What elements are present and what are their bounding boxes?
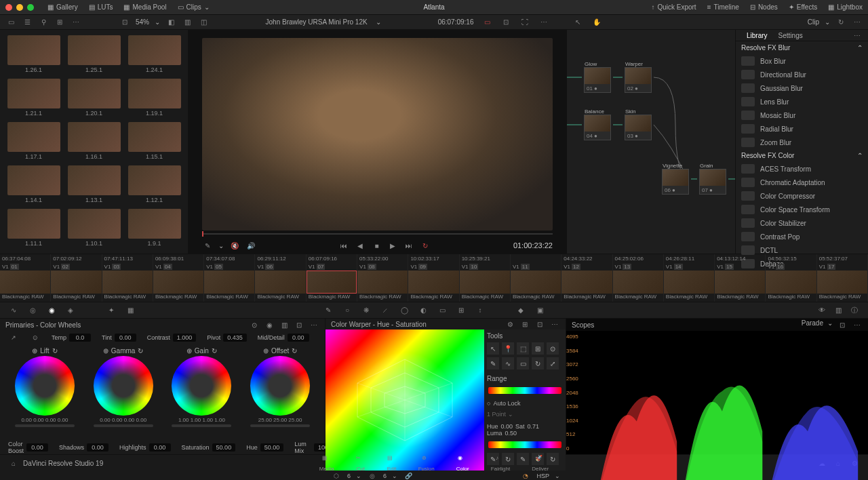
- effect-item[interactable]: Color Stabilizer: [736, 216, 868, 230]
- param-value[interactable]: 0.00: [87, 443, 108, 452]
- select-tool[interactable]: ⬚: [517, 342, 529, 355]
- wheel-slider[interactable]: [15, 424, 75, 427]
- camera-icon[interactable]: ▣: [534, 305, 545, 316]
- hand-icon[interactable]: ✋: [591, 17, 602, 28]
- timeline-clip[interactable]: 06:29:11:12V1 06Blackmagic RAW: [255, 254, 306, 302]
- blur-icon[interactable]: ◐: [418, 305, 429, 316]
- ellipsis-icon[interactable]: ⋯: [852, 30, 863, 41]
- ellipsis-icon[interactable]: ⋯: [549, 319, 560, 329]
- shape-icon[interactable]: ◯: [399, 305, 410, 316]
- viewer-timecode[interactable]: 01:00:23:22: [513, 241, 553, 249]
- quick-export-tab[interactable]: ↑Quick Export: [651, 3, 696, 11]
- gallery-item[interactable]: 1.20.1: [66, 79, 122, 118]
- param-hue[interactable]: Hue50.00: [246, 443, 283, 452]
- loop-icon[interactable]: ↻: [420, 240, 431, 251]
- param-value[interactable]: 0.0: [69, 334, 91, 342]
- wheel-values[interactable]: 25.00 25.00 25.00: [258, 417, 302, 423]
- window-icon[interactable]: ◉: [46, 305, 57, 316]
- gallery-item[interactable]: 1.21.1: [5, 79, 62, 118]
- info-icon[interactable]: ⓘ: [849, 305, 860, 316]
- timeline-clip[interactable]: V1 11Blackmagic RAW: [511, 254, 561, 302]
- effect-item[interactable]: Color Compressor: [736, 189, 868, 203]
- timeline-clip[interactable]: 04:26:28:11V1 14Blackmagic RAW: [664, 254, 715, 302]
- lightbox-tab[interactable]: ▦Lightbox: [828, 3, 863, 11]
- param-value[interactable]: 1.000: [173, 334, 197, 342]
- clip-name[interactable]: John Brawley URSA Mini Pro 12K: [266, 18, 368, 26]
- draw-tool[interactable]: ✎: [487, 357, 499, 369]
- warper-mesh[interactable]: [326, 329, 484, 471]
- gallery-item[interactable]: 1.9.1: [126, 209, 182, 248]
- effect-item[interactable]: Mosaic Blur: [736, 108, 868, 122]
- timeline-clip[interactable]: 10:25:39:21V1 10Blackmagic RAW: [460, 254, 511, 302]
- eyedropper-icon[interactable]: ✎: [202, 240, 213, 251]
- node-grain[interactable]: Grain07 ●: [699, 169, 726, 195]
- pin-tool[interactable]: 📍: [502, 342, 514, 355]
- reset-wheel-icon[interactable]: ↻: [138, 347, 143, 355]
- timeline-clip[interactable]: 07:47:11:13V1 03Blackmagic RAW: [102, 254, 153, 302]
- gallery-item[interactable]: 1.25.1: [66, 35, 122, 75]
- param-temp[interactable]: Temp0.0: [52, 334, 91, 342]
- scopes-mode[interactable]: Parade: [802, 319, 823, 330]
- timeline-clip[interactable]: 04:25:02:06V1 13Blackmagic RAW: [613, 254, 664, 302]
- pointer-tool[interactable]: ↖: [487, 342, 499, 355]
- gallery-item[interactable]: 1.24.1: [126, 35, 182, 75]
- gallery-item[interactable]: 1.19.1: [126, 79, 182, 118]
- ellipsis-icon[interactable]: ⋯: [852, 319, 863, 330]
- wheel-slider[interactable]: [172, 424, 231, 427]
- grid-tool[interactable]: ⊞: [532, 342, 544, 355]
- range-bar[interactable]: [488, 387, 561, 394]
- ellipsis-icon[interactable]: ⋯: [852, 17, 863, 28]
- hsp-mode[interactable]: HSP: [536, 473, 549, 479]
- hex-icon[interactable]: ⬡: [331, 471, 342, 480]
- effect-item[interactable]: Box Blur: [736, 54, 868, 68]
- wheel-values[interactable]: 0.00 0.00 0.00 0.00: [100, 417, 146, 423]
- volume-icon[interactable]: 🔊: [245, 240, 256, 251]
- ring-icon[interactable]: ◎: [367, 471, 378, 480]
- point-mode[interactable]: 1 Point ⌄: [487, 411, 563, 418]
- magic-icon[interactable]: ✦: [106, 305, 117, 316]
- param-color-boost[interactable]: Color Boost0.00: [8, 441, 48, 454]
- reset-wheel-icon[interactable]: ↻: [292, 347, 297, 355]
- eye-icon[interactable]: 👁: [816, 305, 827, 316]
- gallery-item[interactable]: 1.16.1: [66, 122, 122, 161]
- bars-mode-icon[interactable]: ▥: [279, 319, 290, 330]
- page-fairlight[interactable]: ♪Fairlight: [491, 455, 510, 472]
- effect-item[interactable]: Color Space Transform: [736, 203, 868, 216]
- fx-blur-section[interactable]: Resolve FX Blur⌃: [736, 41, 868, 54]
- fit-icon[interactable]: ⊡: [119, 17, 130, 28]
- target-tool[interactable]: ⊙: [547, 342, 559, 355]
- effect-item[interactable]: ACES Transform: [736, 162, 868, 176]
- reset-icon[interactable]: ↻: [835, 17, 846, 28]
- nodes-tab[interactable]: ⊟Nodes: [750, 3, 778, 11]
- timeline-clip[interactable]: 05:33:22:00V1 08Blackmagic RAW: [357, 254, 408, 302]
- search-icon[interactable]: ⚲: [38, 17, 49, 28]
- node-skin[interactable]: Skin03 ●: [625, 115, 652, 140]
- color-wheel[interactable]: [250, 356, 310, 416]
- expand-icon[interactable]: ⊡: [534, 319, 545, 329]
- timeline-clip[interactable]: 07:02:09:12V1 02Blackmagic RAW: [51, 254, 102, 302]
- expand-wheel-icon[interactable]: ⊕: [186, 347, 192, 355]
- param-value[interactable]: 0.00: [288, 334, 309, 342]
- param-saturation[interactable]: Saturation50.00: [182, 443, 236, 452]
- fx-color-section[interactable]: Resolve FX Color⌃: [736, 149, 868, 162]
- reset-wheel-icon[interactable]: ↻: [212, 347, 217, 355]
- expand-icon[interactable]: ⛶: [519, 17, 530, 28]
- log-mode-icon[interactable]: ⊡: [294, 319, 304, 330]
- wheel-slider[interactable]: [94, 424, 153, 427]
- wheel-values[interactable]: 0.00 0.00 0.00 0.00: [21, 417, 68, 423]
- param-value[interactable]: 0.00: [115, 334, 136, 342]
- node-balance[interactable]: Balance04 ●: [584, 115, 611, 140]
- param-highlights[interactable]: Highlights0.00: [119, 443, 171, 452]
- stereo-icon[interactable]: ↕: [475, 305, 486, 316]
- gallery-item[interactable]: 1.11.1: [5, 209, 62, 248]
- expand-wheel-icon[interactable]: ⊕: [103, 347, 108, 355]
- target-icon[interactable]: ⊙: [249, 319, 260, 330]
- curves-icon[interactable]: ∿: [8, 305, 19, 316]
- zoom-value[interactable]: 54%: [136, 18, 149, 26]
- palette-icon[interactable]: ◔: [520, 471, 531, 480]
- expand-wheel-icon[interactable]: ⊕: [263, 347, 269, 355]
- node-glow[interactable]: Glow01 ●: [584, 67, 611, 93]
- maximize-window[interactable]: [27, 4, 34, 11]
- reset-wheel-icon[interactable]: ↻: [52, 347, 58, 355]
- timecode-display[interactable]: 06:07:09:16: [438, 18, 474, 26]
